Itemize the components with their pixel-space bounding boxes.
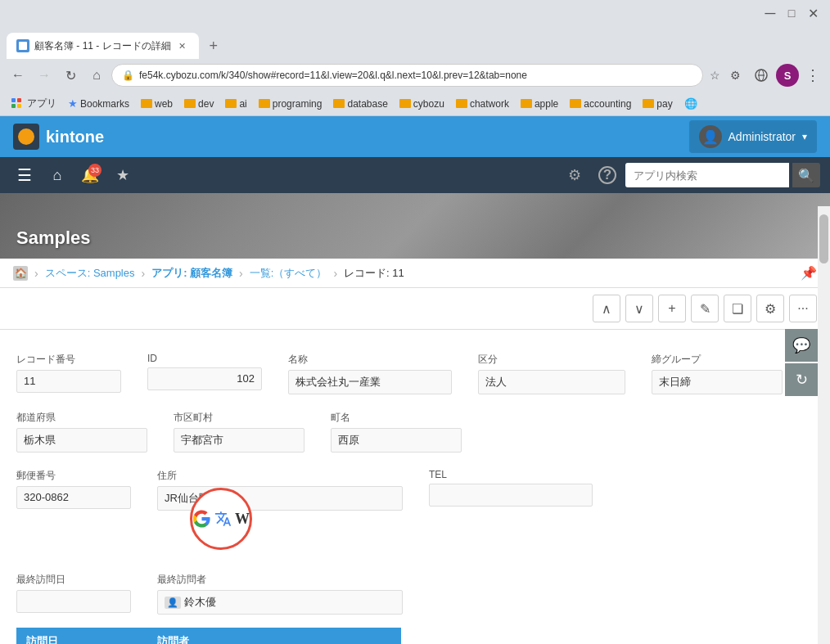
- bookmark-programing[interactable]: programing: [254, 97, 327, 111]
- group-value: 末日締: [652, 370, 783, 394]
- field-prefecture: 都道府県 栃木県: [16, 404, 157, 459]
- notification-badge: 33: [88, 164, 101, 177]
- chatwork-label: chatwork: [470, 98, 509, 110]
- maximize-button[interactable]: □: [781, 2, 802, 24]
- pay-label: pay: [656, 98, 672, 110]
- sidebar-history-button[interactable]: ↻: [785, 363, 818, 396]
- scrollbar-thumb[interactable]: [819, 214, 828, 263]
- field-record-no: レコード番号 11: [16, 346, 131, 401]
- user-avatar-icon: 👤: [699, 125, 722, 148]
- ai-label: ai: [239, 98, 246, 110]
- translate-icon[interactable]: [214, 510, 232, 528]
- browser-menu-button[interactable]: ⋮: [802, 66, 823, 84]
- address-label: 住所: [157, 469, 403, 483]
- field-city: 市区町村 宇都宮市: [174, 404, 314, 459]
- home-nav-icon[interactable]: ⌂: [43, 160, 72, 190]
- bc-sep-4: ›: [333, 267, 337, 280]
- next-record-button[interactable]: ∨: [625, 295, 653, 322]
- field-address: 住所 JR仙台駅 W: [157, 462, 413, 517]
- google-icon[interactable]: [192, 509, 211, 529]
- field-last-visitor: 最終訪問者 👤 鈴木優: [157, 566, 413, 621]
- home-button[interactable]: ⌂: [85, 64, 108, 87]
- logo-text: kintone: [46, 128, 104, 146]
- bookmark-ai[interactable]: ai: [220, 97, 251, 111]
- reload-button[interactable]: ↻: [59, 64, 82, 87]
- bookmark-dev[interactable]: dev: [179, 97, 219, 111]
- table-col2-header: 訪問者: [147, 628, 401, 644]
- wikipedia-icon[interactable]: W: [235, 511, 250, 528]
- app-search-button[interactable]: 🔍: [792, 163, 820, 187]
- back-button[interactable]: ←: [7, 64, 29, 87]
- tab-close-button[interactable]: ✕: [176, 39, 189, 52]
- bookmark-apps[interactable]: アプリ: [7, 95, 61, 112]
- field-town: 町名 西原: [331, 404, 471, 459]
- bookmark-globe[interactable]: 🌐: [679, 96, 702, 111]
- app-search-input[interactable]: [625, 163, 789, 187]
- prev-record-button[interactable]: ∧: [593, 295, 620, 322]
- sidebar-comment-button[interactable]: 💬: [785, 329, 818, 362]
- field-tel: TEL: [429, 462, 602, 517]
- name-label: 名称: [288, 353, 452, 367]
- bookmarks-label: Bookmarks: [80, 98, 129, 110]
- bookmark-pay[interactable]: pay: [638, 97, 677, 111]
- profile-button[interactable]: S: [776, 64, 799, 87]
- bookmark-accounting[interactable]: accounting: [565, 97, 636, 111]
- help-nav-icon[interactable]: ?: [593, 160, 622, 190]
- settings-nav-icon[interactable]: ⚙: [560, 160, 589, 190]
- hamburger-menu-icon[interactable]: ☰: [10, 160, 39, 190]
- favorites-icon[interactable]: ★: [108, 160, 138, 190]
- lock-icon: 🔒: [122, 70, 134, 81]
- tab-title: 顧客名簿 - 11 - レコードの詳細: [34, 39, 171, 53]
- last-visit-label: 最終訪問日: [16, 573, 131, 587]
- visit-table: 訪問日 訪問者: [16, 628, 401, 644]
- last-visit-value: [16, 590, 131, 613]
- field-postal: 郵便番号 320-0862: [16, 462, 141, 517]
- prefecture-label: 都道府県: [16, 411, 147, 425]
- breadcrumb-view[interactable]: 一覧:（すべて）: [250, 266, 327, 281]
- minimize-button[interactable]: ─: [760, 2, 781, 24]
- apps-label: アプリ: [27, 97, 56, 110]
- bc-sep-3: ›: [239, 267, 243, 280]
- breadcrumb-app[interactable]: アプリ: 顧客名簿: [151, 266, 232, 281]
- bookmark-database[interactable]: database: [328, 97, 392, 111]
- add-record-button[interactable]: +: [658, 295, 686, 322]
- notification-icon[interactable]: 🔔 33: [75, 160, 105, 190]
- table-col1-header: 訪問日: [16, 628, 147, 644]
- bc-sep-1: ›: [34, 267, 38, 280]
- breadcrumb-home[interactable]: 🏠: [13, 266, 28, 281]
- bookmark-web[interactable]: web: [136, 97, 178, 111]
- tel-label: TEL: [429, 469, 593, 480]
- vertical-scrollbar[interactable]: [818, 206, 830, 644]
- bookmark-cybozu[interactable]: cybozu: [395, 97, 449, 111]
- address-bar[interactable]: 🔒 fe54k.cybozu.com/k/340/show#record=11&…: [111, 64, 703, 87]
- database-label: database: [347, 98, 387, 110]
- bookmark-chatwork[interactable]: chatwork: [451, 97, 514, 111]
- bookmark-apple[interactable]: apple: [516, 97, 563, 111]
- extension2-button[interactable]: [750, 64, 773, 87]
- record-settings-button[interactable]: ⚙: [756, 295, 784, 322]
- group-label: 締グループ: [652, 353, 783, 367]
- bookmark-star-icon[interactable]: ☆: [710, 69, 720, 82]
- edit-record-button[interactable]: ✎: [691, 295, 719, 322]
- web-label: web: [155, 98, 173, 110]
- id-value: 102: [147, 367, 262, 390]
- field-last-visit: 最終訪問日: [16, 566, 141, 621]
- app-banner-title: Samples: [16, 227, 91, 249]
- pin-icon[interactable]: 📌: [801, 265, 817, 281]
- close-button[interactable]: ✕: [802, 2, 823, 24]
- tel-value: [429, 484, 593, 507]
- new-tab-button[interactable]: +: [202, 34, 225, 57]
- forward-button[interactable]: →: [33, 64, 56, 87]
- copy-record-button[interactable]: ❏: [724, 295, 751, 322]
- extension-button[interactable]: ⚙: [724, 64, 747, 87]
- user-section[interactable]: 👤 Administrator ▾: [689, 120, 817, 153]
- active-tab[interactable]: 顧客名簿 - 11 - レコードの詳細 ✕: [7, 33, 199, 59]
- more-options-button[interactable]: ···: [789, 295, 817, 322]
- app-banner: Samples: [0, 193, 830, 259]
- record-no-label: レコード番号: [16, 353, 121, 367]
- user-name: Administrator: [729, 130, 796, 143]
- city-value: 宇都宮市: [174, 428, 304, 453]
- user-dropdown-icon: ▾: [802, 131, 807, 142]
- bookmark-bookmarks[interactable]: ★ Bookmarks: [63, 96, 134, 111]
- breadcrumb-space[interactable]: スペース: Samples: [45, 266, 135, 281]
